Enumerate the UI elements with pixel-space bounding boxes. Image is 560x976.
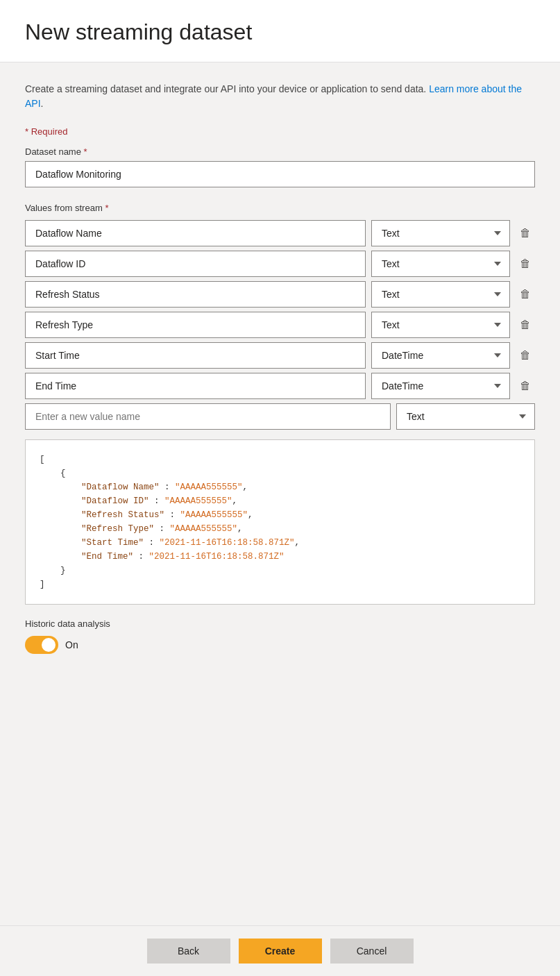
stream-row: Text Number DateTime Boolean 🗑	[25, 373, 535, 399]
type-select-1[interactable]: Text Number DateTime Boolean	[371, 251, 510, 277]
delete-row-button-5[interactable]: 🗑	[516, 376, 535, 396]
trash-icon: 🗑	[520, 227, 531, 239]
type-select-2[interactable]: Text Number DateTime Boolean	[371, 281, 510, 308]
stream-name-input-1[interactable]	[25, 251, 366, 277]
create-button[interactable]: Create	[239, 939, 322, 964]
cancel-button[interactable]: Cancel	[330, 939, 414, 964]
trash-icon: 🗑	[520, 319, 531, 331]
stream-rows-container: Text Number DateTime Boolean 🗑 Text Numb…	[25, 220, 535, 399]
type-select-0[interactable]: Text Number DateTime Boolean	[371, 220, 510, 246]
stream-row: Text Number DateTime Boolean 🗑	[25, 342, 535, 369]
historic-toggle[interactable]	[25, 636, 58, 654]
dataset-name-input[interactable]	[25, 161, 535, 187]
delete-row-button-3[interactable]: 🗑	[516, 314, 535, 335]
historic-label: Historic data analysis	[25, 619, 535, 629]
trash-icon: 🗑	[520, 349, 531, 362]
stream-name-input-2[interactable]	[25, 281, 366, 308]
description-text: Create a streaming dataset and integrate…	[25, 82, 535, 111]
toggle-on-label: On	[65, 639, 78, 650]
required-note: * Required	[25, 126, 535, 137]
stream-name-input-0[interactable]	[25, 220, 366, 246]
stream-name-input-5[interactable]	[25, 373, 366, 399]
stream-row: Text Number DateTime Boolean 🗑	[25, 312, 535, 338]
delete-row-button-4[interactable]: 🗑	[516, 345, 535, 366]
stream-row: Text Number DateTime Boolean 🗑	[25, 281, 535, 308]
page-title: New streaming dataset	[25, 19, 535, 45]
new-value-name-input[interactable]	[25, 403, 391, 430]
trash-icon: 🗑	[520, 288, 531, 301]
back-button[interactable]: Back	[147, 939, 230, 964]
values-from-stream-label: Values from stream *	[25, 203, 535, 213]
historic-section: Historic data analysis On	[25, 619, 535, 654]
delete-row-button-0[interactable]: 🗑	[516, 223, 535, 244]
stream-name-input-4[interactable]	[25, 342, 366, 369]
type-select-5[interactable]: Text Number DateTime Boolean	[371, 373, 510, 399]
dataset-name-label: Dataset name *	[25, 146, 535, 157]
type-select-4[interactable]: Text Number DateTime Boolean	[371, 342, 510, 369]
json-preview: [ { "Dataflow Name" : "AAAAA555555", "Da…	[25, 439, 535, 605]
delete-row-button-2[interactable]: 🗑	[516, 284, 535, 305]
delete-row-button-1[interactable]: 🗑	[516, 253, 535, 274]
type-select-3[interactable]: Text Number DateTime Boolean	[371, 312, 510, 338]
trash-icon: 🗑	[520, 380, 531, 392]
new-value-row: Text Number DateTime Boolean	[25, 403, 535, 430]
trash-icon: 🗑	[520, 258, 531, 270]
footer-buttons: Back Create Cancel	[0, 925, 560, 976]
stream-name-input-3[interactable]	[25, 312, 366, 338]
new-value-type-select[interactable]: Text Number DateTime Boolean	[396, 403, 535, 430]
toggle-slider	[25, 636, 58, 654]
stream-row: Text Number DateTime Boolean 🗑	[25, 220, 535, 246]
toggle-row: On	[25, 636, 535, 654]
stream-row: Text Number DateTime Boolean 🗑	[25, 251, 535, 277]
